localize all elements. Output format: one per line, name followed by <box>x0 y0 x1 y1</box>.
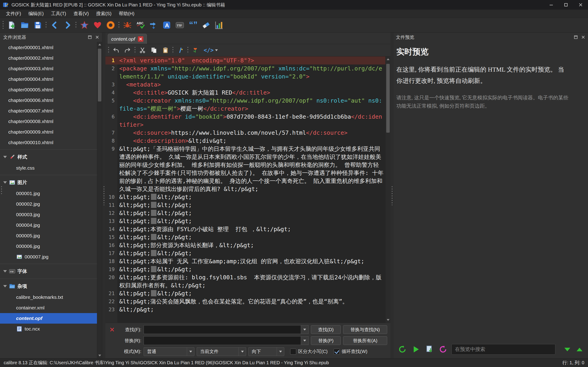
float-panel-button[interactable] <box>573 35 578 40</box>
case-sensitive-option[interactable]: 区分大小写(C) <box>290 348 328 355</box>
toolbar-drag-handle[interactable] <box>2 21 4 30</box>
menu-help[interactable]: 帮助(H) <box>115 10 138 18</box>
menu-edit[interactable]: 编辑(E) <box>25 10 48 18</box>
find-history-dropdown[interactable] <box>301 325 309 334</box>
file-item[interactable]: chapter000004.xhtml <box>0 74 97 84</box>
file-item[interactable]: 000005.jpg <box>0 230 97 241</box>
editor-line[interactable]: 20&lt;p&gt;更多资源前往: blog.fsyl001.sbs 本资源仅… <box>105 273 385 289</box>
splitter-handle[interactable] <box>103 186 105 205</box>
file-item[interactable]: toc.ncx <box>0 324 97 334</box>
editor-line[interactable]: 9&lt;p&gt;「圣玛格丽特学园」中的日本留学生久城一弥，与拥有天才头脑的同… <box>105 145 385 193</box>
editor-line[interactable]: 5 <dc:creator xmlns:ns0="http://www.idpf… <box>105 97 385 113</box>
scrollbar-thumb[interactable] <box>98 49 101 101</box>
section-images[interactable]: 图片 <box>0 177 97 188</box>
replace-history-dropdown[interactable] <box>301 336 309 345</box>
arrange-files-button[interactable] <box>148 20 159 31</box>
file-item[interactable]: chapter000009.xhtml <box>0 127 97 137</box>
menu-view[interactable]: 查看(V) <box>70 10 93 18</box>
sidebar-splitter[interactable] <box>102 33 105 358</box>
reload-book-button[interactable] <box>438 344 448 354</box>
scope-select[interactable]: 当前文件 <box>197 347 246 356</box>
section-misc[interactable]: 杂项 <box>0 281 97 292</box>
menu-tools[interactable]: 工具(T) <box>47 10 70 18</box>
undo-button[interactable] <box>111 45 121 55</box>
wrap-search-option[interactable]: 循环查找(W) <box>334 348 367 355</box>
file-item[interactable]: chapter000001.xhtml <box>0 42 97 53</box>
editor-line[interactable]: 17&lt;p&gt;&lt;/p&gt; <box>105 249 385 257</box>
close-panel-button[interactable] <box>95 35 100 40</box>
editor-line[interactable]: 1<?xml version="1.0" encoding="UTF-8"?> <box>105 57 385 65</box>
editor-line[interactable]: 15&lt;p&gt;&lt;/p&gt; <box>105 233 385 241</box>
tab-close-button[interactable] <box>138 36 143 42</box>
file-item[interactable]: 000003.jpg <box>0 209 97 220</box>
menu-file[interactable]: 文件(F) <box>2 10 25 18</box>
scrollbar-track[interactable] <box>97 47 102 353</box>
insert-image-button[interactable] <box>190 45 200 55</box>
find-previous-button[interactable] <box>575 345 584 354</box>
editor-line[interactable]: 13&lt;p&gt;&lt;/p&gt; <box>105 217 385 225</box>
refresh-preview-button[interactable] <box>397 344 407 354</box>
editor-line[interactable]: 23&lt;/p&gt; <box>105 306 385 314</box>
scroll-up-button[interactable] <box>386 57 390 62</box>
editor-line[interactable]: 7 <dc:source>https://www.linovelib.com/n… <box>105 129 385 137</box>
editor-line[interactable]: 3 <metadata> <box>105 81 385 89</box>
preview-search-input[interactable] <box>451 344 555 355</box>
pretty-print-button[interactable] <box>176 45 185 55</box>
editor-line[interactable]: 18&lt;p&gt;本站属于 无风 工作室&amp;amp;汉化组 的官网，也… <box>105 257 385 265</box>
file-item[interactable]: style.css <box>0 163 97 173</box>
back-button[interactable] <box>49 20 60 31</box>
smarten-punctuation-button[interactable]: “” <box>187 20 198 31</box>
check-book-button[interactable] <box>122 20 133 31</box>
tab-content-opf[interactable]: content.opf <box>108 34 147 44</box>
file-item[interactable]: chapter000007.xhtml <box>0 106 97 116</box>
embed-fonts-button[interactable]: A <box>161 20 172 31</box>
close-button[interactable] <box>573 0 588 10</box>
maximize-button[interactable] <box>559 0 573 10</box>
direction-select[interactable]: 向下 <box>248 347 284 356</box>
editor-line[interactable]: 19&lt;p&gt;&lt;/p&gt; <box>105 265 385 273</box>
editor-line[interactable]: 4 <dc:title>GOSICK 新大陆篇1 RED</dc:title> <box>105 89 385 97</box>
editor-line[interactable]: 11&lt;p&gt;&lt;/p&gt; <box>105 201 385 209</box>
file-item[interactable]: chapter000003.xhtml <box>0 63 97 74</box>
section-fonts[interactable]: TTF 字体 <box>0 266 97 277</box>
sync-to-editor-button[interactable] <box>424 344 434 354</box>
replace-and-find-button[interactable]: 替换与查找(N) <box>343 325 387 334</box>
remove-unused-css-button[interactable] <box>200 20 211 31</box>
toolbar-drag-handle[interactable] <box>108 47 109 54</box>
float-panel-button[interactable] <box>87 35 92 40</box>
replace-all-button[interactable]: 替换所有(A) <box>343 336 387 345</box>
insert-tag-button[interactable]: </> <box>202 45 219 55</box>
find-input[interactable] <box>144 325 301 334</box>
file-item[interactable]: chapter000005.xhtml <box>0 84 97 95</box>
splitter-handle[interactable] <box>391 186 393 205</box>
forward-button[interactable] <box>62 20 73 31</box>
find-next-button[interactable] <box>563 345 572 354</box>
copy-button[interactable] <box>149 45 159 55</box>
scroll-up-button[interactable] <box>97 42 102 47</box>
file-item[interactable]: chapter000008.xhtml <box>0 116 97 127</box>
replace-button[interactable]: 替换(P) <box>311 336 341 345</box>
close-panel-button[interactable] <box>581 35 586 40</box>
editor-line[interactable]: 22&lt;p&gt;蒲公英会随风飘散，也会在某处落定。它的花语是“真心的爱”，… <box>105 297 385 306</box>
editor-line[interactable]: 12&lt;p&gt;&lt;/p&gt; <box>105 209 385 217</box>
cut-button[interactable] <box>138 45 147 55</box>
file-item[interactable]: 000004.jpg <box>0 220 97 230</box>
editor-line[interactable]: 16&lt;p&gt;部分资源为本站站长翻译，&lt;/p&gt; <box>105 241 385 249</box>
auto-reload-toggle[interactable] <box>411 344 421 354</box>
calibre-logo-button[interactable] <box>105 20 116 31</box>
save-button[interactable] <box>32 20 43 31</box>
editor-line[interactable]: 2<package xmlns="http://www.idpf.org/200… <box>105 65 385 81</box>
scrollbar-track[interactable] <box>386 62 390 317</box>
case-sensitive-checkbox[interactable] <box>290 349 296 355</box>
paste-button[interactable] <box>161 45 170 55</box>
add-file-button[interactable] <box>6 20 17 31</box>
wrap-search-checkbox[interactable] <box>334 349 340 355</box>
editor-line[interactable]: 10&lt;p&gt;&lt;/p&gt; <box>105 193 385 201</box>
mode-select[interactable]: 普通 <box>144 347 194 356</box>
section-styles[interactable]: 样式 <box>0 151 97 163</box>
scroll-down-button[interactable] <box>386 317 390 323</box>
file-item[interactable]: chapter000002.xhtml <box>0 53 97 63</box>
replace-input[interactable] <box>144 336 301 345</box>
menu-search[interactable]: 搜索(S) <box>92 10 115 18</box>
file-item[interactable]: chapter000006.xhtml <box>0 95 97 106</box>
